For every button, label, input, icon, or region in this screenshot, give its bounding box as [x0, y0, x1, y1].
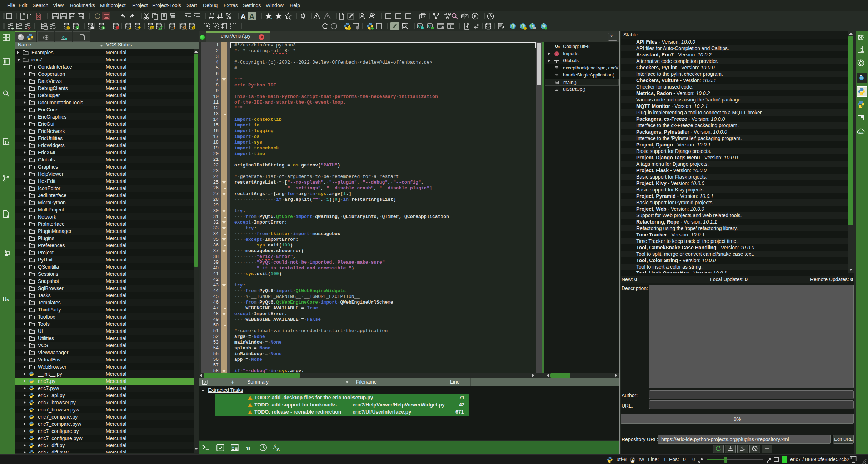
- svg-text:↺: ↺: [67, 27, 69, 29]
- svg-text:A: A: [241, 13, 246, 20]
- svg-text:DB: DB: [151, 27, 154, 29]
- svg-text:A: A: [249, 13, 254, 20]
